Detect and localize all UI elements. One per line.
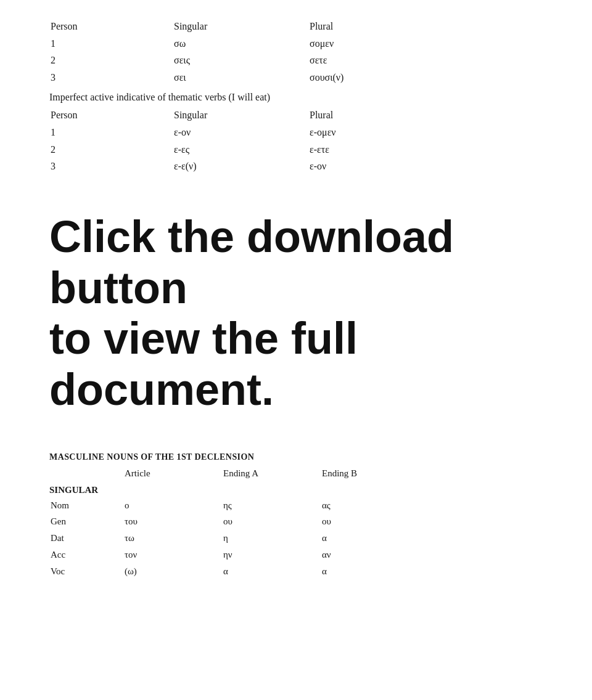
masculine-section-title: MASCULINE NOUNS OF THE 1ST DECLENSION (49, 452, 543, 462)
cta-line1: Click the download button (49, 211, 543, 314)
imperfect-header-plural: Plural (308, 107, 493, 123)
decl-gen-ending-b: ου (321, 514, 419, 529)
future-row3-singular: σει (173, 70, 308, 86)
imperfect-row3-plural: ε-ον (308, 158, 493, 174)
decl-acc-ending-a: ην (222, 547, 321, 563)
decl-voc-ending-a: α (222, 564, 321, 579)
future-tense-table: Person Singular Plural 1 σω σομεν 2 σεις… (49, 18, 543, 85)
decl-dat-ending-b: α (321, 531, 419, 546)
decl-nom-ending-b: ας (321, 498, 419, 513)
future-header-person: Person (49, 18, 173, 35)
imperfect-header-singular: Singular (173, 107, 308, 123)
decl-voc-label: Voc (49, 564, 123, 579)
declension-table: Article Ending A Ending B SINGULAR Nom ο… (49, 466, 543, 579)
imperfect-label: Imperfect active indicative of thematic … (49, 90, 543, 105)
decl-nom-article: ο (123, 498, 222, 513)
decl-nom-ending-a: ης (222, 498, 321, 513)
bottom-section: MASCULINE NOUNS OF THE 1ST DECLENSION Ar… (49, 452, 543, 579)
future-row2-person: 2 (49, 52, 173, 68)
decl-acc-ending-b: αν (321, 547, 419, 563)
future-row3-person: 3 (49, 70, 173, 86)
cta-line2: to view the full document. (49, 313, 543, 415)
future-header-singular: Singular (173, 18, 308, 35)
future-row1-plural: σομεν (308, 36, 493, 52)
decl-header-ending-a: Ending A (222, 466, 321, 481)
decl-gen-article: του (123, 514, 222, 529)
decl-dat-label: Dat (49, 531, 123, 546)
future-row1-singular: σω (173, 36, 308, 52)
decl-gen-label: Gen (49, 514, 123, 529)
future-row2-plural: σετε (308, 52, 493, 68)
decl-header-ending-b: Ending B (321, 466, 419, 481)
decl-nom-label: Nom (49, 498, 123, 513)
decl-gen-ending-a: ου (222, 514, 321, 529)
imperfect-row1-plural: ε-ομεν (308, 124, 493, 140)
future-row2-singular: σεις (173, 52, 308, 68)
future-row3-plural: σουσι(ν) (308, 70, 493, 86)
decl-voc-ending-b: α (321, 564, 419, 579)
decl-voc-article: (ω) (123, 564, 222, 579)
decl-header-0 (49, 466, 123, 481)
imperfect-row1-singular: ε-ον (173, 124, 308, 140)
decl-acc-article: τον (123, 547, 222, 563)
decl-sub-header: SINGULAR (49, 485, 419, 495)
imperfect-row1-person: 1 (49, 124, 173, 140)
imperfect-row3-person: 3 (49, 158, 173, 174)
imperfect-row2-plural: ε-ετε (308, 142, 493, 158)
imperfect-row2-person: 2 (49, 142, 173, 158)
future-row1-person: 1 (49, 36, 173, 52)
cta-section: Click the download button to view the fu… (49, 211, 543, 415)
content-top: Person Singular Plural 1 σω σομεν 2 σεις… (49, 18, 543, 174)
decl-acc-label: Acc (49, 547, 123, 563)
imperfect-row3-singular: ε-ε(ν) (173, 158, 308, 174)
imperfect-row2-singular: ε-ες (173, 142, 308, 158)
future-header-plural: Plural (308, 18, 493, 35)
decl-dat-article: τω (123, 531, 222, 546)
imperfect-table: Person Singular Plural 1 ε-ον ε-ομεν 2 ε… (49, 107, 543, 174)
decl-dat-ending-a: η (222, 531, 321, 546)
imperfect-header-person: Person (49, 107, 173, 123)
decl-header-article: Article (123, 466, 222, 481)
